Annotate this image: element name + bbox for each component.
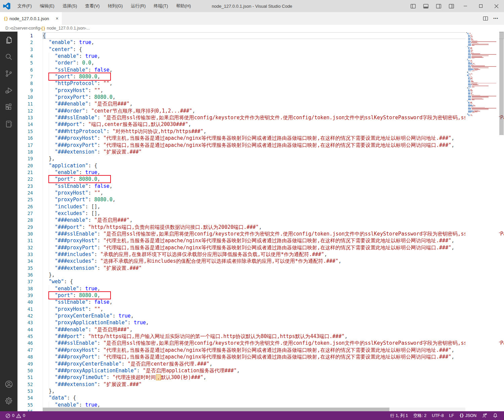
code-line-46[interactable]: "###sslEnable": "是否启用ssl传输加密,如果启用将使用conf… bbox=[43, 340, 504, 346]
code-line-19[interactable]: }, bbox=[43, 155, 504, 162]
code-line-12[interactable]: "###order": "center节点顺序,顺序排列0,1,2...###"… bbox=[43, 108, 504, 114]
vertical-scrollbar[interactable] bbox=[499, 32, 504, 411]
code-line-3[interactable]: "center": { bbox=[43, 46, 504, 53]
menu-item-2[interactable]: 选择(S) bbox=[58, 0, 81, 12]
customize-layout-icon[interactable] bbox=[445, 0, 458, 12]
minimap[interactable] bbox=[465, 32, 499, 411]
code-line-30[interactable]: "###sslEnable": "是否启用ssl传输加密,如果启用将使用conf… bbox=[43, 230, 504, 237]
menu-item-0[interactable]: 文件(F) bbox=[13, 0, 36, 12]
code-line-24[interactable]: "proxyHost": "", bbox=[43, 190, 504, 196]
code-line-8[interactable]: "httpProtocol": "", bbox=[43, 80, 504, 87]
code-line-49[interactable]: "###proxyCenterEnable": "是否启用center服务器代理… bbox=[43, 361, 504, 367]
settings-gear-icon[interactable] bbox=[0, 392, 17, 409]
code-line-38[interactable]: "enable": true, bbox=[43, 285, 504, 292]
split-editor-icon[interactable] bbox=[480, 16, 491, 21]
code-line-9[interactable]: "proxyHost": "", bbox=[43, 87, 504, 94]
code-line-26[interactable]: "includes": [], bbox=[43, 203, 504, 210]
code-line-7[interactable]: "port": 8080.0, bbox=[43, 73, 504, 80]
code-line-43[interactable]: "proxyApplicationEnable": true, bbox=[43, 319, 504, 326]
code-line-25[interactable]: "proxyPort": 8080.0, bbox=[43, 196, 504, 203]
notifications-bell-icon[interactable] bbox=[490, 411, 501, 420]
feedback-icon[interactable] bbox=[479, 411, 490, 420]
breadcrumb-item-4[interactable]: ... bbox=[86, 26, 90, 31]
code-line-50[interactable]: "###proxyApplicationEnable": "是否启用applic… bbox=[43, 367, 504, 374]
breadcrumb-item-2[interactable]: config bbox=[29, 26, 40, 31]
code-line-35[interactable]: "###extension": "扩展设置.###" bbox=[43, 265, 504, 271]
horizontal-scrollbar[interactable] bbox=[43, 408, 465, 411]
close-window-button[interactable] bbox=[489, 0, 504, 12]
code-line-1[interactable]: { bbox=[43, 32, 504, 39]
code-line-17[interactable]: "###proxyPort": "代理端口,当服务器是通过apache/ngin… bbox=[43, 142, 504, 149]
code-line-28[interactable]: "###enable": "是否启用###", bbox=[43, 217, 504, 223]
code-line-21[interactable]: "enable": true, bbox=[43, 169, 504, 176]
tab-node-json[interactable]: { } node_127.0.0.1.json × bbox=[0, 12, 62, 25]
source-control-icon[interactable] bbox=[0, 65, 17, 82]
explorer-icon[interactable] bbox=[0, 32, 17, 48]
breadcrumb-item-0[interactable]: D: bbox=[5, 26, 10, 31]
indentation-status[interactable]: 空格: 2 bbox=[411, 411, 429, 420]
code-line-22[interactable]: "port": 8080.0, bbox=[43, 176, 504, 182]
code-line-15[interactable]: "###httpProtocol": "对外http访问协议,http/http… bbox=[43, 128, 504, 135]
code-line-16[interactable]: "###proxyHost": "代理主机,当服务器是通过apache/ngin… bbox=[43, 135, 504, 141]
menu-item-6[interactable]: 终端(T) bbox=[150, 0, 172, 12]
extensions-icon[interactable] bbox=[0, 99, 17, 116]
search-icon[interactable] bbox=[0, 48, 17, 65]
menu-item-4[interactable]: 转到(G) bbox=[104, 0, 127, 12]
code-line-23[interactable]: "sslEnable": false, bbox=[43, 183, 504, 190]
code-line-51[interactable]: "###proxyTimeOut": "代理连接超时时间，默认300(秒)###… bbox=[43, 374, 504, 381]
cursor-position-status[interactable]: 行 1, 列 1 bbox=[387, 411, 411, 420]
code-line-4[interactable]: "enable": true, bbox=[43, 53, 504, 59]
code-line-10[interactable]: "proxyPort": 8080.0, bbox=[43, 94, 504, 100]
code-line-27[interactable]: "excludes": [], bbox=[43, 210, 504, 217]
encoding-status[interactable]: UTF-8 bbox=[429, 411, 446, 420]
code-line-14[interactable]: "###port": "端口,center服务器端口,默认20030###", bbox=[43, 121, 504, 128]
code-line-45[interactable]: "###port": "http/https端口,用户输入网址后实际访问的第一个… bbox=[43, 333, 504, 340]
toggle-secondary-sidebar-icon[interactable] bbox=[432, 0, 445, 12]
code-line-37[interactable]: "web": { bbox=[43, 278, 504, 285]
minimize-button[interactable] bbox=[458, 0, 473, 12]
toggle-panel-icon[interactable] bbox=[419, 0, 432, 12]
code-line-2[interactable]: "enable": true, bbox=[43, 39, 504, 46]
editor-more-actions-icon[interactable]: ⋯ bbox=[491, 15, 501, 22]
code-line-5[interactable]: "order": 0.0, bbox=[43, 59, 504, 66]
run-debug-icon[interactable] bbox=[0, 82, 17, 99]
code-line-54[interactable]: "data": { bbox=[43, 394, 504, 401]
maximize-button[interactable] bbox=[473, 0, 489, 12]
menu-item-7[interactable]: 帮助(H) bbox=[172, 0, 195, 12]
code-line-55[interactable]: "enable": true, bbox=[43, 402, 504, 408]
code-line-39[interactable]: "port": 8080.0, bbox=[43, 292, 504, 299]
code-line-40[interactable]: "sslEnable": false, bbox=[43, 299, 504, 305]
notebook-icon[interactable] bbox=[0, 116, 17, 132]
language-mode-status[interactable]: {} JSON bbox=[457, 411, 479, 420]
code-line-34[interactable]: "###excludes": "选择不承载的应用,和includes的值配合使用… bbox=[43, 258, 504, 264]
horizontal-scrollbar-thumb[interactable] bbox=[43, 408, 389, 411]
code-line-44[interactable]: "###enable": "是否启用###", bbox=[43, 326, 504, 333]
code-line-29[interactable]: "###port": "http/https端口,负责向前端提供数据访问接口.默… bbox=[43, 224, 504, 230]
code-line-32[interactable]: "###proxyPort": "代理端口,当服务器是通过apache/ngin… bbox=[43, 244, 504, 251]
code-line-36[interactable]: }, bbox=[43, 271, 504, 278]
menu-item-3[interactable]: 查看(V) bbox=[81, 0, 103, 12]
code-line-53[interactable]: }, bbox=[43, 388, 504, 394]
toggle-sidebar-icon[interactable] bbox=[407, 0, 419, 12]
code-line-41[interactable]: "proxyHost": "", bbox=[43, 306, 504, 312]
code-line-11[interactable]: "###enable": "是否启用###", bbox=[43, 100, 504, 107]
code-line-47[interactable]: "###proxyHost": "代理主机,当服务器是通过apache/ngin… bbox=[43, 347, 504, 353]
breadcrumb-item-1[interactable]: o2server bbox=[11, 26, 28, 31]
breadcrumb-item-3[interactable]: { }node_127.0.0.1.json bbox=[41, 26, 85, 31]
code-line-52[interactable]: "###extension": "扩展设置.###" bbox=[43, 381, 504, 388]
code-line-6[interactable]: "sslEnable": false, bbox=[43, 67, 504, 73]
menu-item-5[interactable]: 运行(R) bbox=[127, 0, 150, 12]
code-line-42[interactable]: "proxyCenterEnable": true, bbox=[43, 312, 504, 319]
eol-status[interactable]: LF bbox=[447, 411, 457, 420]
code-area[interactable]: {"enable": true,"center": {"enable": tru… bbox=[43, 32, 504, 411]
code-line-31[interactable]: "###proxyHost": "代理主机,当服务器是通过apache/ngin… bbox=[43, 237, 504, 244]
code-line-20[interactable]: "application": { bbox=[43, 162, 504, 169]
code-line-18[interactable]: "###extension": "扩展设置.###" bbox=[43, 149, 504, 155]
account-icon[interactable] bbox=[0, 376, 17, 392]
code-line-13[interactable]: "###sslEnable": "是否启用ssl传输加密,如果启用将使用conf… bbox=[43, 114, 504, 121]
tab-close-icon[interactable]: × bbox=[56, 16, 58, 21]
problems-status[interactable]: 0 0 bbox=[3, 411, 28, 420]
code-line-33[interactable]: "###includes": "承载的应用,在集群环境下可以选择仅承载部分应用以… bbox=[43, 251, 504, 258]
code-line-48[interactable]: "###proxyPort": "代理端口,当服务器是通过apache/ngin… bbox=[43, 353, 504, 360]
vertical-scrollbar-thumb[interactable] bbox=[499, 32, 504, 135]
